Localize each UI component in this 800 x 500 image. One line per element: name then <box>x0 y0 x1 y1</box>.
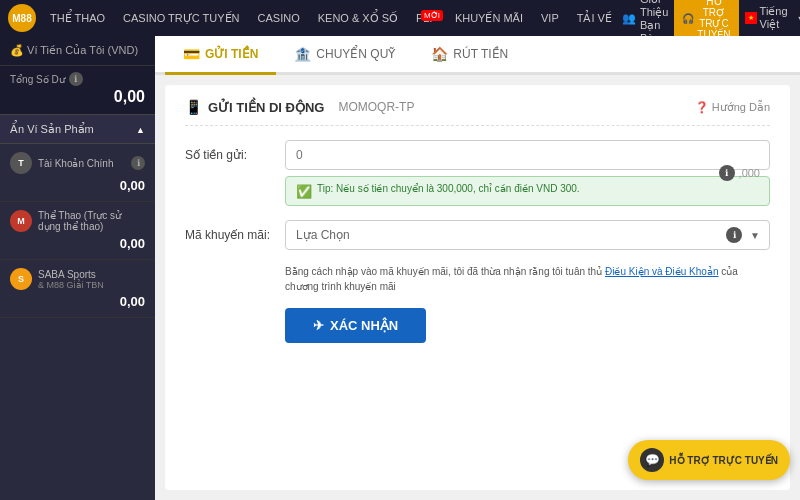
product-the-thao: M Thể Thao (Trực sử dụng thể thao) 0,00 <box>0 202 155 260</box>
select-wrapper: Lựa Chọn ▼ ℹ <box>285 220 770 250</box>
tip-box: ✅ Tip: Nếu số tiền chuyển là 300,000, ch… <box>285 176 770 206</box>
deposit-form: 📱 GỬI TIỀN DI ĐỘNG MOMOQR-TP ❓ Hướng Dẫn… <box>165 85 790 490</box>
tai-khoan-info-icon[interactable]: ℹ <box>131 156 145 170</box>
submit-label: XÁC NHẬN <box>330 318 398 333</box>
nav-item-casino[interactable]: CASINO <box>250 8 308 28</box>
nav-item-khuyen-mai[interactable]: KHUYẾN MÃI <box>447 8 531 29</box>
so-tien-label: Số tiền gửi: <box>185 140 275 162</box>
consent-link[interactable]: Điều Kiện và Điều Khoản <box>605 266 719 277</box>
vn-flag-icon: ★ <box>745 12 757 24</box>
support-button-label: HỖ TRỢ TRỰC TUYẾN <box>697 0 730 40</box>
form-subtitle-text: MOMOQR-TP <box>338 100 414 114</box>
main-layout: 💰 Ví Tiền Của Tôi (VND) Tổng Số Dư ℹ 0,0… <box>0 36 800 500</box>
ma-khuyen-mai-row: Mã khuyến mãi: Lựa Chọn ▼ ℹ <box>185 220 770 250</box>
form-title-row: 📱 GỬI TIỀN DI ĐỘNG MOMOQR-TP ❓ Hướng Dẫn <box>185 99 770 126</box>
sidebar-title: Ví Tiền Của Tôi (VND) <box>27 44 138 56</box>
so-tien-input-group: ℹ ,000 ✅ Tip: Nếu số tiền chuyển là 300,… <box>285 140 770 206</box>
top-navigation: M88 THỂ THAO CASINO TRỰC TUYẾN CASINO KE… <box>0 0 800 36</box>
total-balance-section: Tổng Số Dư ℹ 0,00 <box>0 66 155 114</box>
input-suffix: ℹ ,000 <box>719 165 760 181</box>
ma-khuyen-mai-input-group: Lựa Chọn ▼ ℹ <box>285 220 770 250</box>
live-support-button[interactable]: 💬 HỖ TRỢ TRỰC TUYẾN <box>628 440 790 480</box>
tab-rut-tien-label: RÚT TIỀN <box>453 47 508 61</box>
saba-sub: & M88 Giải TBN <box>38 280 104 290</box>
product-tai-khoan: T Tài Khoản Chính ℹ 0,00 <box>0 144 155 202</box>
the-thao-balance: 0,00 <box>10 236 145 251</box>
total-balance-value: 0,00 <box>10 88 145 106</box>
nav-item-casino-truc-tuyen[interactable]: CASINO TRỰC TUYẾN <box>115 8 247 29</box>
tai-khoan-balance: 0,00 <box>10 178 145 193</box>
saba-name: SABA Sports <box>38 269 104 280</box>
nav-item-tai-ve[interactable]: TẢI VỀ <box>569 8 620 29</box>
tab-chuyen-quy-label: CHUYỂN QUỸ <box>316 47 395 61</box>
new-badge: MỚI <box>421 10 443 21</box>
form-title: 📱 GỬI TIỀN DI ĐỘNG MOMOQR-TP <box>185 99 414 115</box>
section-label: Ẩn Ví Sản Phẩm <box>10 123 94 136</box>
nav-item-keno-xo-so[interactable]: KENO & XỔ SỐ <box>310 8 406 29</box>
user-icon: 👥 <box>622 12 636 25</box>
wallet-icon: 💰 <box>10 44 24 56</box>
the-thao-product-icon: M <box>10 210 32 232</box>
consent-text-before: Bằng cách nhập vào mã khuyến mãi, tôi đã… <box>285 266 605 277</box>
chuyen-quy-icon: 🏦 <box>294 46 311 62</box>
ma-khuyen-mai-select[interactable]: Lựa Chọn <box>285 220 770 250</box>
huong-dan-link[interactable]: ❓ Hướng Dẫn <box>695 101 770 114</box>
rut-tien-icon: 🏠 <box>431 46 448 62</box>
tai-khoan-icon: T <box>10 152 32 174</box>
tab-rut-tien[interactable]: 🏠 RÚT TIỀN <box>413 36 526 75</box>
language-label: Tiếng Việt <box>760 5 794 31</box>
live-support-icon: 💬 <box>640 448 664 472</box>
content-area: 💳 GỬI TIỀN 🏦 CHUYỂN QUỸ 🏠 RÚT TIỀN 📱 GỬI… <box>155 36 800 500</box>
chevron-up-icon <box>136 122 145 136</box>
hide-products-toggle[interactable]: Ẩn Ví Sản Phẩm <box>0 114 155 144</box>
nav-item-p2p[interactable]: P2P MỚI <box>408 8 445 28</box>
so-tien-suffix: ,000 <box>739 167 760 179</box>
nav-item-the-thao[interactable]: THỂ THAO <box>42 8 113 29</box>
tai-khoan-name: Tài Khoản Chính <box>38 158 114 169</box>
total-balance-label: Tổng Số Dư ℹ <box>10 72 145 86</box>
headset-icon: 🎧 <box>682 13 694 24</box>
ma-khuyen-mai-label: Mã khuyến mãi: <box>185 220 275 242</box>
submit-button[interactable]: ✈ XÁC NHẬN <box>285 308 426 343</box>
tab-bar: 💳 GỬI TIỀN 🏦 CHUYỂN QUỸ 🏠 RÚT TIỀN <box>155 36 800 75</box>
gui-tien-icon: 💳 <box>183 46 200 62</box>
the-thao-product-name: Thể Thao (Trực sử dụng thể thao) <box>38 210 145 232</box>
help-icon: ❓ <box>695 101 709 114</box>
so-tien-row: Số tiền gửi: ℹ ,000 ✅ Tip: Nếu số tiền c… <box>185 140 770 206</box>
saba-icon: S <box>10 268 32 290</box>
submit-icon: ✈ <box>313 318 324 333</box>
huong-dan-label: Hướng Dẫn <box>712 101 770 114</box>
tip-icon: ✅ <box>296 184 312 199</box>
sidebar-header: 💰 Ví Tiền Của Tôi (VND) <box>0 36 155 66</box>
tab-chuyen-quy[interactable]: 🏦 CHUYỂN QUỸ <box>276 36 413 75</box>
live-support-label: HỖ TRỢ TRỰC TUYẾN <box>669 455 778 466</box>
tab-gui-tien-label: GỬI TIỀN <box>205 47 258 61</box>
total-info-icon[interactable]: ℹ <box>69 72 83 86</box>
site-logo: M88 <box>8 4 36 32</box>
so-tien-input[interactable] <box>285 140 770 170</box>
so-tien-info-icon[interactable]: ℹ <box>719 165 735 181</box>
sidebar: 💰 Ví Tiền Của Tôi (VND) Tổng Số Dư ℹ 0,0… <box>0 36 155 500</box>
tip-text: Tip: Nếu số tiền chuyển là 300,000, chỉ … <box>317 183 580 194</box>
form-title-text: GỬI TIỀN DI ĐỘNG <box>208 100 324 115</box>
nav-item-vip[interactable]: VIP <box>533 8 567 28</box>
saba-balance: 0,00 <box>10 294 145 309</box>
chevron-down-icon <box>797 12 800 24</box>
consent-text: Bằng cách nhập vào mã khuyến mãi, tôi đã… <box>285 264 770 294</box>
mobile-icon: 📱 <box>185 99 202 115</box>
select-info-icon[interactable]: ℹ <box>726 227 742 243</box>
product-saba: S SABA Sports & M88 Giải TBN 0,00 <box>0 260 155 318</box>
tab-gui-tien[interactable]: 💳 GỬI TIỀN <box>165 36 276 75</box>
language-selector[interactable]: ★ Tiếng Việt <box>745 5 800 31</box>
